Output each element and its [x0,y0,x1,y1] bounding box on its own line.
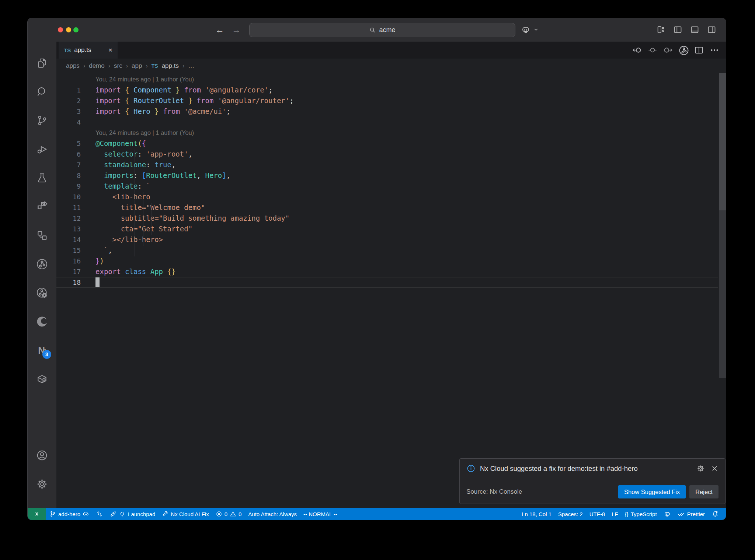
code-line[interactable]: 17export class App {} [56,266,718,277]
code-line[interactable]: 15 `, [56,245,718,256]
vscode-window: ← → acme [27,18,726,520]
encoding-status[interactable]: UTF-8 [586,508,609,520]
code-line[interactable]: 7 standalone: true, [56,160,718,170]
search-icon [369,27,376,34]
close-tab-icon[interactable]: × [108,46,112,54]
branch-name: add-hero [58,511,80,517]
code-line[interactable]: 8 imports: [RouterOutlet, Hero], [56,170,718,181]
code-line[interactable]: 6 selector: 'app-root', [56,149,718,160]
toggle-primary-sidebar-icon[interactable] [672,24,683,35]
code-line[interactable]: 18 [56,277,718,288]
zoom-window-button[interactable] [73,27,79,32]
notification-title: Nx Cloud suggested a fix for demo:test i… [480,465,638,473]
code-line[interactable]: 1import { Component } from '@angular/cor… [56,85,718,95]
indentation-status[interactable]: Spaces: 2 [555,508,586,520]
indent-guide [152,203,152,235]
blame-annotation: You, 24 minutes ago | 1 author (You) [56,74,718,85]
editor-group: TS app.ts × [56,42,726,508]
compare-changes-icon[interactable] [93,508,106,520]
problems-status[interactable]: 0 0 [212,508,245,520]
breadcrumb-item[interactable]: app [132,62,142,70]
tab-app-ts[interactable]: TS app.ts × [59,42,118,59]
launchpad-status[interactable]: Launchpad [106,508,159,520]
current-change-icon[interactable] [647,45,658,56]
code-line[interactable]: 3import { Hero } from '@acme/ui'; [56,106,718,117]
breadcrumb-item[interactable]: demo [89,62,105,70]
remote-indicator[interactable] [28,508,46,520]
more-actions-icon[interactable] [709,45,720,56]
run-task-graph-icon[interactable] [678,45,689,56]
copilot-icon[interactable] [520,24,531,35]
code-line[interactable]: 4 [56,117,718,127]
close-window-button[interactable] [58,27,63,32]
customize-layout-icon[interactable] [655,24,666,35]
command-center-search[interactable]: acme [249,23,515,37]
reject-button[interactable]: Reject [689,485,719,498]
git-graph-icon[interactable] [28,250,56,279]
breadcrumb: apps › demo › src › app › TS app.ts › … [56,59,726,73]
notification-settings-icon[interactable] [696,464,705,473]
close-notification-icon[interactable] [711,465,719,472]
run-debug-icon[interactable] [28,135,56,164]
edge-browser-icon[interactable] [28,307,56,336]
history-back-button[interactable]: ← [214,24,226,36]
code-line[interactable]: 13 cta="Get Started" [56,224,718,234]
prettier-status[interactable]: Prettier [674,508,708,520]
publish-cloud-icon [83,511,90,518]
toggle-secondary-sidebar-icon[interactable] [706,24,717,35]
notification-source: Source: Nx Console [466,488,522,496]
activity-bar: N› 3 [28,42,56,509]
settings-gear-icon[interactable] [28,470,56,498]
copilot-status-icon[interactable] [660,508,674,520]
code-line[interactable]: 2import { RouterOutlet } from '@angular/… [56,95,718,106]
chevron-down-icon[interactable] [533,27,539,32]
breadcrumb-file[interactable]: app.ts [162,62,179,70]
git-branch-status[interactable]: add-hero [46,508,93,520]
nx-badge: 3 [42,350,51,359]
scrollbar-thumb[interactable] [719,73,726,210]
text-cursor [95,277,100,287]
toggle-panel-icon[interactable] [689,24,700,35]
search-icon[interactable] [28,77,56,106]
git-graph-search-icon[interactable] [28,279,56,307]
accounts-icon[interactable] [28,441,56,470]
warning-icon [230,511,236,517]
previous-change-icon[interactable] [632,45,643,56]
code-line[interactable]: 10 <lib-hero [56,192,718,202]
line-number: 15 [56,245,81,256]
language-mode-status[interactable]: {} TypeScript [622,508,660,520]
notifications-bell-icon[interactable] [708,508,722,520]
next-change-icon[interactable] [662,45,674,56]
breadcrumb-more[interactable]: … [188,62,194,70]
code-line[interactable]: 9 template: ` [56,181,718,192]
code-editor[interactable]: You, 24 minutes ago | 1 author (You)1imp… [56,73,726,508]
vim-mode-status[interactable]: -- NORMAL -- [300,508,341,520]
code-line[interactable]: 11 title="Welcmoe demo" [56,202,718,213]
breadcrumb-item[interactable]: src [114,62,122,70]
split-editor-icon[interactable] [693,45,704,56]
nx-cloud-ai-fix-status[interactable]: Nx Cloud AI Fix [159,508,212,520]
code-line[interactable]: 5@Component({ [56,138,718,149]
show-suggested-fix-button[interactable]: Show Suggested Fix [618,485,686,498]
explorer-icon[interactable] [28,49,56,77]
history-forward-button[interactable]: → [230,24,242,36]
notification-toast: Nx Cloud suggested a fix for demo:test i… [459,458,726,504]
auto-attach-status[interactable]: Auto Attach: Always [245,508,300,520]
testing-icon[interactable] [28,164,56,192]
source-control-icon[interactable] [28,106,56,135]
minimize-window-button[interactable] [66,27,71,32]
nx-console-icon[interactable]: N› 3 [28,336,56,365]
remote-explorer-icon[interactable] [28,221,56,250]
scrollbar-thumb-lower[interactable] [719,210,726,378]
breadcrumb-item[interactable]: apps [66,62,80,70]
code-line[interactable]: 16}) [56,256,718,266]
code-line[interactable]: 14 ></lib-hero> [56,234,718,245]
cursor-position-status[interactable]: Ln 18, Col 1 [518,508,555,520]
code-line[interactable]: 12 subtitle="Build something amazing tod… [56,213,718,224]
tab-bar: TS app.ts × [56,42,726,59]
line-number: 8 [56,170,81,181]
containers-icon[interactable] [28,365,56,393]
extensions-icon[interactable] [28,192,56,221]
eol-status[interactable]: LF [608,508,622,520]
double-check-icon [678,510,685,518]
